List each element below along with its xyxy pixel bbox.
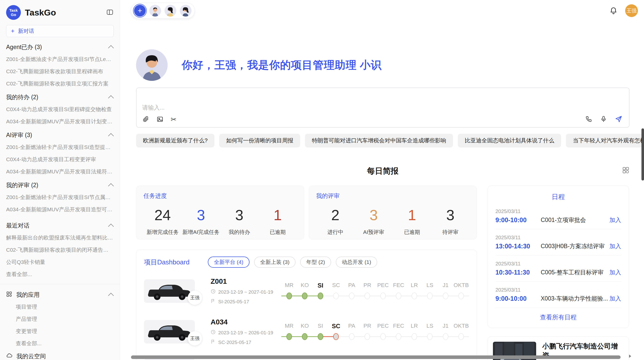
horizontal-scrollbar[interactable] [131,355,621,359]
list-item[interactable]: C0X4-动力总成开发项目SI里程碑提交物检查 [6,103,114,115]
list-item[interactable]: C02-飞腾新能源轻客改款项目的闭环通告反馈情况 [6,244,114,256]
filter-pill[interactable]: 动总开发 (1) [336,257,377,268]
suggestion-chip[interactable]: 特朗普可能对进口汽车增税会对中国车企造成哪些影响 [305,134,453,147]
suggestion-chip[interactable]: 欧洲新规最近颁布了什么? [136,134,214,147]
filter-pill[interactable]: 年型 (2) [300,257,331,268]
sidebar-item-change-mgmt[interactable]: 变更管理 [6,325,114,337]
milestone-label: J1 [438,323,453,330]
milestone-dot [458,333,464,340]
project-owner-avatar: 王强 [188,331,202,346]
agent-avatar-group: + [131,3,195,19]
new-chat-label: 新对话 [18,27,34,35]
logo-text-bottom: Go [11,12,16,17]
chevron-up-icon [108,133,114,139]
view-all-apps[interactable]: 查看全部... [6,337,114,350]
view-all-chats[interactable]: 查看全部... [6,268,114,280]
milestone-label: LS [422,282,438,289]
schedule-name: C001-立项审批会 [541,216,609,224]
agent-avatar[interactable] [180,5,192,17]
milestone-label: PA [344,323,360,330]
join-link[interactable]: 加入 [609,242,621,250]
list-item[interactable]: 解释最新出台的欧盟报废车法规再生塑料比例被调至15%... [6,232,114,244]
list-item[interactable]: 公司Q3轻卡销量 [6,256,114,268]
screenshot-button[interactable]: ✂ [171,115,177,124]
section-ai-review[interactable]: AI评审 (3) [6,128,114,141]
phone-icon [585,115,592,123]
microphone-button[interactable] [600,115,607,123]
send-icon [615,115,622,124]
schedule-name: C003|H0B-方案冻结评审 [541,242,609,250]
sidebar-item-project-mgmt[interactable]: 项目管理 [6,301,114,313]
chat-input-card[interactable]: 请输入... ✂ [136,87,630,128]
list-item[interactable]: Z001-全新燃油轻卡产品开发项目SI造型提交物评审 [6,141,114,153]
milestone-label: KO [297,323,313,330]
project-dates: 2023-12-19 ~ 2026-01-19 [218,330,273,336]
suggestion-chip[interactable]: 比亚迪全固态电池计划具体说了什么 [458,134,561,147]
list-item[interactable]: C02-飞腾新能源轻客改款项目立项汇报方案 [6,78,114,90]
join-link[interactable]: 加入 [609,295,621,303]
notification-button[interactable] [609,6,618,15]
stat-label: 新增AI完成任务 [182,229,220,236]
milestone-label: SC [328,282,344,289]
attach-button[interactable] [142,116,149,124]
filter-pill[interactable]: 全新上装 (3) [254,257,296,268]
milestone-dot [380,293,386,299]
card-title: 我的评审 [316,192,470,200]
suggestion-chip[interactable]: 如何写一份清晰的项目周报 [219,134,300,147]
scroll-right-arrow[interactable] [627,353,633,360]
chat-input-placeholder: 请输入... [142,104,165,112]
sidebar-item-product-mgmt[interactable]: 产品管理 [6,313,114,325]
send-button[interactable] [615,115,622,124]
agent-avatar[interactable] [149,5,161,17]
agent-avatar[interactable] [165,5,176,17]
project-flag: SC-2025-05-17 [218,340,251,345]
project-row[interactable]: 王强 A034 2023-12-19 ~ 2026-01-19 [144,318,469,346]
list-item[interactable]: Z001-全新燃油皮卡产品开发项目SI节点Lesson Learn报告 [6,53,114,65]
stat-value: 24 [143,206,182,223]
list-item[interactable]: A034-全新新能源MUV产品开发项目造型可行性评审 [6,203,114,216]
daily-brief-title: 每日简报 [136,166,630,176]
sidebar: Task Go TaskGo + 新对话 Agent已办 (3) Z001-全新… [0,0,120,360]
stat-label: 我的待办 [220,229,259,236]
vertical-scrollbar[interactable] [641,128,644,181]
project-code: Z001 [211,277,275,286]
view-all-schedule-link[interactable]: 查看所有日程 [495,313,621,321]
list-item[interactable]: Z001-全新燃油轻卡产品开发项目SI节点属性5D文件评审 [6,191,114,203]
milestone-dot [318,333,323,340]
list-item[interactable]: C0X4-动力总成开发项目工程变更评审 [6,153,114,166]
dashboard-filters: 全新平台 (4) 全新上装 (3) 年型 (2) 动总开发 (1) [208,257,377,268]
list-item[interactable]: A034-全新新能源MUV产品开发项目法规符合性评审 [6,166,114,178]
voice-call-button[interactable] [585,115,592,123]
milestone-dot [364,333,370,340]
list-item[interactable]: A034-全新新能源MUV产品开发项目计划变更表编写 [6,115,114,128]
filter-pill[interactable]: 全新平台 (4) [208,257,250,268]
insert-image-button[interactable] [156,116,164,124]
join-link[interactable]: 加入 [609,216,621,224]
user-avatar[interactable]: 王强 [625,4,638,17]
list-item[interactable]: C02-飞腾新能源轻客改款项目里程碑画布 [6,65,114,78]
layout-grid-button[interactable] [622,166,630,175]
card-title: 任务进度 [143,192,297,200]
join-link[interactable]: 加入 [609,268,621,276]
section-recent-chats[interactable]: 最近对话 [6,218,114,232]
milestone-track: MR KO SI SC PA PR PEC FEC LR LS [281,282,469,300]
sidebar-item-my-apps[interactable]: 我的应用 [6,288,114,301]
stat-label: 进行中 [316,229,355,236]
section-agent-done[interactable]: Agent已办 (3) [6,40,114,53]
new-chat-button[interactable]: + 新对话 [6,25,114,37]
milestone-dot [412,333,417,340]
section-my-todo[interactable]: 我的待办 (2) [6,90,114,103]
sidebar-item-cloud-space[interactable]: 我的云空间 [6,350,114,360]
stat-value: 3 [431,206,470,223]
chevron-up-icon [108,183,114,189]
milestone-dot [380,333,386,340]
project-vehicle-image [144,279,195,303]
add-agent-button[interactable]: + [134,5,146,17]
section-my-review[interactable]: 我的评审 (2) [6,178,114,191]
suggestion-chips: 欧洲新规最近颁布了什么? 如何写一份清晰的项目周报 特朗普可能对进口汽车增税会对… [136,134,630,147]
suggestion-chip[interactable]: 当下年轻人对汽车外观有怎样的喜好趋势 [566,134,644,147]
milestone-label: OKTB [453,282,469,289]
project-row[interactable]: 王强 Z001 2023-12-19 ~ 2027-01-19 [144,277,469,305]
sidebar-collapse-button[interactable] [106,8,114,17]
schedule-name: C005-整车工程目标评审 [541,268,609,276]
